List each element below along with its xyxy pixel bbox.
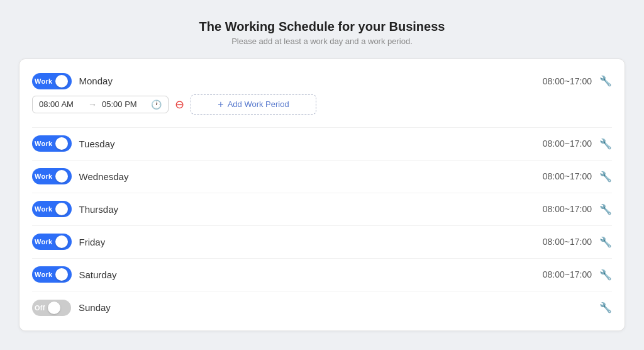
remove-period-btn-monday-0[interactable]: ⊖	[175, 99, 184, 110]
page-wrapper: The Working Schedule for your Business P…	[0, 7, 644, 344]
end-time-monday-0: 05:00 PM	[102, 99, 146, 109]
wrench-icon-monday[interactable]: 🔧	[599, 75, 612, 87]
toggle-circle-saturday	[55, 268, 68, 281]
wrench-icon-sunday[interactable]: 🔧	[599, 302, 612, 313]
day-hours-monday: 08:00~17:00	[543, 76, 592, 86]
page-subtitle: Please add at least a work day and a wor…	[19, 37, 625, 46]
toggle-label-friday: Work	[35, 238, 53, 246]
time-input-group-monday-0[interactable]: 08:00 AM→05:00 PM🕐	[32, 96, 169, 113]
day-row-monday: WorkMonday08:00~17:00🔧08:00 AM→05:00 PM🕐…	[32, 65, 612, 128]
toggle-wednesday[interactable]: Work	[32, 168, 72, 184]
day-hours-saturday: 08:00~17:00	[543, 269, 592, 279]
toggle-circle-tuesday	[55, 137, 68, 150]
toggle-circle-monday	[55, 75, 68, 88]
day-row-thursday: WorkThursday08:00~17:00🔧	[32, 193, 612, 226]
day-row-friday: WorkFriday08:00~17:00🔧	[32, 226, 612, 259]
toggle-friday[interactable]: Work	[32, 234, 72, 250]
day-name-saturday: Saturday	[79, 269, 543, 280]
toggle-thursday[interactable]: Work	[32, 201, 72, 217]
day-row-wednesday: WorkWednesday08:00~17:00🔧	[32, 161, 612, 193]
wrench-icon-tuesday[interactable]: 🔧	[599, 138, 612, 150]
clock-icon-monday-0: 🕐	[151, 99, 162, 110]
toggle-label-sunday: Off	[35, 304, 45, 312]
wrench-icon-saturday[interactable]: 🔧	[599, 269, 612, 281]
wrench-icon-thursday[interactable]: 🔧	[599, 203, 612, 215]
toggle-saturday[interactable]: Work	[32, 266, 72, 283]
day-main-thursday: WorkThursday08:00~17:00🔧	[32, 201, 612, 217]
day-name-sunday: Sunday	[79, 302, 592, 313]
toggle-label-monday: Work	[35, 77, 53, 85]
day-name-friday: Friday	[79, 237, 543, 247]
period-row-monday-0: 08:00 AM→05:00 PM🕐⊖+Add Work Period	[32, 94, 612, 120]
day-hours-tuesday: 08:00~17:00	[543, 138, 592, 149]
day-row-sunday: OffSunday🔧	[32, 291, 612, 324]
toggle-circle-sunday	[48, 302, 60, 314]
toggle-tuesday[interactable]: Work	[32, 135, 72, 152]
day-main-friday: WorkFriday08:00~17:00🔧	[32, 234, 612, 250]
schedule-card: WorkMonday08:00~17:00🔧08:00 AM→05:00 PM🕐…	[19, 59, 625, 331]
toggle-monday[interactable]: Work	[32, 73, 72, 89]
day-main-monday: WorkMonday08:00~17:00🔧	[32, 73, 612, 89]
page-header: The Working Schedule for your Business P…	[19, 20, 625, 46]
day-hours-friday: 08:00~17:00	[543, 237, 592, 247]
toggle-circle-friday	[55, 235, 68, 248]
page-title: The Working Schedule for your Business	[19, 20, 625, 34]
toggle-label-saturday: Work	[35, 271, 53, 278]
toggle-label-wednesday: Work	[35, 172, 53, 180]
day-name-tuesday: Tuesday	[79, 138, 543, 149]
day-hours-thursday: 08:00~17:00	[543, 204, 592, 214]
day-name-thursday: Thursday	[79, 204, 543, 215]
day-hours-wednesday: 08:00~17:00	[543, 171, 592, 181]
wrench-icon-wednesday[interactable]: 🔧	[599, 171, 612, 183]
plus-icon-monday: +	[218, 99, 223, 110]
wrench-icon-friday[interactable]: 🔧	[599, 236, 612, 248]
arrow-icon-monday-0: →	[88, 99, 97, 110]
day-row-tuesday: WorkTuesday08:00~17:00🔧	[32, 128, 612, 161]
toggle-label-thursday: Work	[35, 205, 53, 213]
add-period-label-monday: Add Work Period	[228, 99, 289, 109]
toggle-label-tuesday: Work	[35, 140, 53, 147]
toggle-circle-wednesday	[55, 170, 68, 183]
toggle-circle-thursday	[55, 203, 68, 215]
start-time-monday-0: 08:00 AM	[39, 99, 83, 109]
toggle-sunday[interactable]: Off	[32, 300, 71, 316]
day-main-wednesday: WorkWednesday08:00~17:00🔧	[32, 168, 612, 184]
day-main-tuesday: WorkTuesday08:00~17:00🔧	[32, 135, 612, 152]
add-period-btn-monday[interactable]: +Add Work Period	[191, 94, 316, 115]
day-name-wednesday: Wednesday	[79, 171, 543, 182]
day-name-monday: Monday	[79, 76, 543, 86]
day-main-sunday: OffSunday🔧	[32, 300, 612, 316]
day-row-saturday: WorkSaturday08:00~17:00🔧	[32, 259, 612, 291]
day-main-saturday: WorkSaturday08:00~17:00🔧	[32, 266, 612, 283]
